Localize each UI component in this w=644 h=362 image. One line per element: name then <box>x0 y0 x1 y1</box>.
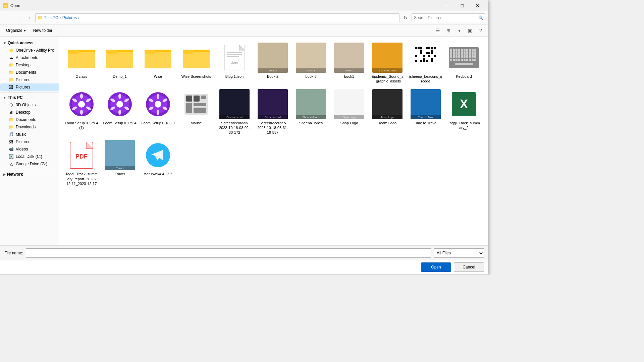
svg-rect-58 <box>434 58 436 60</box>
help-button[interactable]: ? <box>476 26 485 35</box>
file-name: Travel <box>115 172 125 176</box>
svg-rect-23 <box>426 47 428 49</box>
file-thumbnail: Epidemic_Sou <box>372 43 402 73</box>
file-item[interactable]: .json Blog 1.json <box>216 41 253 86</box>
network-header[interactable]: ▶ Network <box>0 171 59 178</box>
sidebar-item-pictures-quick[interactable]: 🖼 Pictures <box>0 83 59 91</box>
sidebar-item-attachments[interactable]: 📁 Desktop <box>0 61 59 69</box>
svg-rect-101 <box>453 59 455 61</box>
sidebar-item-videos[interactable]: 📹 Videos <box>0 145 59 153</box>
svg-rect-64 <box>428 60 430 62</box>
sidebar-item-onedrive[interactable]: ☁ Attachments <box>0 54 59 61</box>
file-item[interactable]: Team Logo Team Logo <box>369 87 406 137</box>
file-item[interactable]: 2 class <box>63 41 100 86</box>
this-pc-chevron: ▼ <box>3 96 6 100</box>
svg-rect-82 <box>455 52 458 55</box>
up-button[interactable]: ↑ <box>24 13 34 22</box>
file-item[interactable]: Loom Setup 0.179.4 (1) <box>63 87 100 137</box>
folder-icon: 📁 <box>8 77 14 82</box>
sidebar-item-ability[interactable]: ⭐ OneDrive - Ability Pro <box>0 47 59 54</box>
file-item[interactable]: PDF Toggl_Track_summary_report_2023-12-1… <box>63 138 100 188</box>
drive-icon: 💽 <box>8 154 14 159</box>
svg-text:.json: .json <box>231 61 237 64</box>
sidebar-item-music[interactable]: 🎵 Music <box>0 131 59 138</box>
svg-rect-91 <box>453 55 455 58</box>
file-item[interactable]: Travel Travel <box>101 138 138 188</box>
desktop-icon: 🖥 <box>8 110 14 115</box>
sidebar-item-3dobjects[interactable]: ⬡ 3D Objects <box>0 101 59 109</box>
file-thumbnail: PDF <box>66 140 97 170</box>
file-item[interactable]: Screenrecord Screenrecorder-2023-10-18-0… <box>254 87 291 137</box>
file-item[interactable]: book1 book1 <box>331 41 368 86</box>
view-pane-button[interactable]: ▣ <box>465 26 475 35</box>
file-thumbnail <box>143 140 173 170</box>
file-item[interactable]: Wise Screenshots <box>178 41 215 86</box>
file-item[interactable]: Mouse <box>178 87 215 137</box>
svg-rect-98 <box>472 55 474 58</box>
sidebar-item-desktop[interactable]: 🖥 Desktop <box>0 109 59 116</box>
file-name: tsetup-x64.4.12.2 <box>144 172 172 176</box>
svg-rect-89 <box>474 52 476 55</box>
filename-input[interactable] <box>26 248 431 258</box>
sidebar-item-local-disk[interactable]: 💽 Local Disk (C:) <box>0 153 59 160</box>
svg-rect-60 <box>418 60 420 62</box>
svg-rect-140 <box>194 96 200 102</box>
file-item[interactable]: Loom Setup 0.179.4 <box>101 87 138 137</box>
file-item[interactable]: Loom Setup 0.185.0 <box>140 87 176 137</box>
file-item[interactable]: book 3 book 3 <box>292 41 329 86</box>
file-thumbnail: Screenrecord <box>258 89 288 119</box>
this-pc-header[interactable]: ▼ This PC <box>0 94 59 101</box>
organize-button[interactable]: Organize ▾ <box>3 26 29 35</box>
pictures-icon: 🖼 <box>8 139 14 144</box>
sidebar-item-google-drive[interactable]: △ Google Drive (G:) <box>0 160 59 168</box>
file-thumbnail <box>105 43 135 73</box>
minimize-button[interactable]: ─ <box>439 0 454 11</box>
breadcrumb-pictures[interactable]: Pictures <box>62 15 77 20</box>
file-item[interactable]: X Toggl_Track_summary_2 <box>445 87 482 137</box>
svg-rect-92 <box>455 55 458 58</box>
quick-access-header[interactable]: ▼ Quick access <box>0 39 59 47</box>
view-grid-button[interactable]: ⊞ <box>444 26 453 35</box>
view-details-button[interactable]: ☰ <box>433 26 442 35</box>
search-input[interactable] <box>412 13 485 22</box>
file-item[interactable]: jsheena_beacons_qrcode <box>407 41 444 86</box>
svg-rect-72 <box>455 49 458 52</box>
file-name: Loom Setup 0.179.4 (1) <box>65 121 98 130</box>
file-item[interactable]: Screenrecord Screenrecorder-2023-10-18-0… <box>216 87 253 137</box>
maximize-button[interactable]: □ <box>454 0 470 11</box>
window-controls: ─ □ ✕ <box>439 0 485 11</box>
file-item[interactable]: Shop Logo Shop Logo <box>331 87 368 137</box>
sidebar-item-downloads[interactable]: 📁 Downloads <box>0 123 59 131</box>
breadcrumb-this-pc[interactable]: This PC <box>44 15 58 20</box>
sidebar-item-documents-quick[interactable]: 📁 Pictures <box>0 76 59 83</box>
file-name: Wise Screenshots <box>181 74 211 79</box>
file-item[interactable]: Epidemic_Sou Epidemic_Sound_s_graphic_as… <box>369 41 406 86</box>
svg-rect-84 <box>461 52 463 55</box>
network-label: Network <box>7 172 23 177</box>
sidebar-item-pictures[interactable]: 🖼 Pictures <box>0 138 59 145</box>
filetype-select[interactable]: All Files Images (*.png;*.jpg) All Files… <box>434 248 484 258</box>
file-item[interactable]: Sheena Jones Sheena Jones <box>292 87 329 137</box>
file-item[interactable]: Book 2 Book 2 <box>254 41 291 86</box>
close-button[interactable]: ✕ <box>470 0 485 11</box>
forward-button[interactable]: → <box>14 13 23 22</box>
file-name: Sheena Jones <box>299 121 323 125</box>
filename-label: File name: <box>4 251 23 255</box>
file-item[interactable]: tsetup-x64.4.12.2 <box>140 138 176 188</box>
svg-point-131 <box>157 94 159 99</box>
file-item[interactable]: Demo_1 <box>101 41 138 86</box>
file-item[interactable]: Wise <box>140 41 176 86</box>
sidebar-divider-2 <box>0 169 59 169</box>
new-folder-button[interactable]: New folder <box>30 26 55 35</box>
open-button[interactable]: Open <box>421 262 451 272</box>
view-options-button[interactable]: ▾ <box>454 26 464 35</box>
cancel-button[interactable]: Cancel <box>454 262 484 272</box>
file-item[interactable]: Keyboard <box>445 41 482 86</box>
sidebar-item-documents[interactable]: 📁 Documents <box>0 116 59 123</box>
svg-rect-65 <box>431 60 433 62</box>
back-button[interactable]: ← <box>3 13 12 22</box>
file-thumbnail <box>66 43 97 73</box>
sidebar-item-desktop-quick[interactable]: 📁 Documents <box>0 69 59 76</box>
file-item[interactable]: Time to Trav Time to Travel <box>407 87 444 137</box>
refresh-button[interactable]: ↻ <box>401 13 410 22</box>
